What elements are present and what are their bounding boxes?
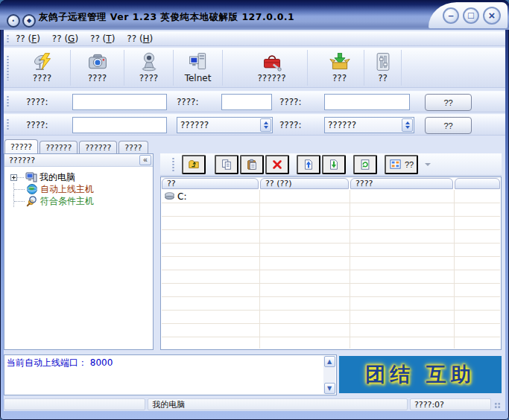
menu-items: ?? (F) ?? (G) ?? (T) ?? (H) [16,32,153,45]
spinner-icon[interactable] [402,118,413,132]
toolbar-button-remote-control[interactable]: ???? [14,50,71,86]
row2-action-button[interactable]: ?? [425,117,472,134]
collapse-panel-button[interactable]: « [139,155,151,165]
rollup-icon: ▪ [13,18,15,24]
status-panel-1 [4,398,145,410]
row1-action-button[interactable]: ?? [425,94,472,111]
toolbar-button-download[interactable]: ??? [315,50,364,86]
banner: 团结 互助 [339,356,502,393]
rebar-gripper[interactable] [7,95,9,108]
field4-label: ????: [26,120,48,130]
main-toolbar-buttons: ???? ???? ???? Telnet ?????? [14,50,402,86]
screen-capture-icon [86,51,109,72]
log-box: 当前自动上线端口： 8000 ▲ ▼ [4,354,337,395]
menu-item-t[interactable]: ?? (T) [90,34,115,44]
toolbar-button-webcam[interactable]: ???? [124,50,174,86]
delete-button[interactable] [265,155,289,174]
connection-bar-1: ????: ????: ????: ?? [4,91,505,112]
toolbox-icon [261,51,283,72]
file-manager-panel: ?? ?? ?? (??) ???? C: [160,153,502,350]
refresh-icon [359,157,371,172]
field1-input[interactable] [72,94,167,110]
rebar-gripper[interactable] [7,34,9,43]
status-panel-2: 我的电脑 [148,398,408,410]
column-header-extra[interactable] [455,178,500,189]
tree-item-auto-online-hosts[interactable]: 自动上线主机 [4,183,153,195]
file-list-body: C: [162,190,500,349]
dropdown-caret-icon[interactable] [425,163,431,166]
spinner-icon[interactable] [260,118,271,132]
webcam-icon [138,51,160,72]
menu-item-f[interactable]: ?? (F) [16,34,40,44]
globe-icon [26,183,38,195]
tab-3[interactable]: ?????? [79,141,117,153]
file-list-header: ?? ?? (??) ???? [161,177,501,189]
collapse-icon: « [143,156,148,164]
field3-input[interactable] [324,94,410,110]
theme-icon: ◆ [27,18,31,24]
scroll-down-icon[interactable]: ▼ [324,383,335,394]
field2-input[interactable] [221,94,272,110]
control-panel-icon [372,51,394,72]
tree-item-matching-hosts[interactable]: 符合条件主机 [4,195,153,207]
host-tree-panel: ?????? « 我的电脑 自动上线主机 [4,153,154,350]
toolbar-button-settings[interactable]: ?? [364,50,402,86]
download-button[interactable] [322,155,346,174]
column-header-size[interactable]: ?? (??) [260,178,349,189]
banner-text: 团结 互助 [365,361,475,388]
minimize-icon: – [448,10,453,20]
column-header-name[interactable]: ?? [162,178,259,189]
main-toolbar: ???? ???? ???? Telnet ?????? [4,48,505,88]
menu-item-g[interactable]: ?? (G) [52,34,78,44]
combo-box-2[interactable]: ?????? [324,117,414,133]
scroll-up-icon[interactable]: ▲ [324,356,335,367]
status-panel-3: ????:0? [410,398,491,410]
maximize-icon: □ [468,10,474,20]
minimize-button[interactable]: – [443,7,459,24]
field1-label: ????: [26,97,48,107]
refresh-button[interactable] [353,155,377,174]
delete-icon [271,157,283,172]
combo-box-1[interactable]: ?????? [177,117,273,133]
titlebar-rollup-button[interactable]: ▪ [7,14,20,28]
tab-4[interactable]: ???? [118,141,148,153]
field3-label: ????: [279,97,302,107]
search-host-icon [26,195,38,207]
package-download-icon [329,51,351,72]
tab-2[interactable]: ?????? [39,141,78,153]
tab-1[interactable]: ????? [4,139,38,153]
close-button[interactable]: × [483,7,501,25]
rebar-gripper[interactable] [172,157,174,172]
titlebar-theme-button[interactable]: ◆ [22,14,36,28]
tree-item-my-computer[interactable]: 我的电脑 [4,171,153,183]
menu-bar: ?? (F) ?? (G) ?? (T) ?? (H) [4,31,505,46]
field5-label: ????: [279,120,302,130]
drive-icon [164,191,175,202]
rebar-gripper[interactable] [7,55,9,80]
file-toolbar: ?? [160,153,502,176]
resize-grip[interactable] [494,402,501,409]
toolbar-button-screen-capture[interactable]: ???? [71,50,124,86]
log-line: 当前自动上线端口： 8000 [7,357,113,369]
field4-input[interactable] [72,117,167,133]
log-scrollbar[interactable]: ▲ ▼ [323,356,335,394]
toolbar-button-config-tool[interactable]: ?????? [236,50,308,86]
toolbar-button-telnet[interactable]: Telnet [174,50,223,86]
host-tree-header: ?????? « [4,154,153,167]
column-header-type[interactable]: ???? [350,178,453,189]
view-grid-icon [389,158,402,171]
download-icon [328,157,340,172]
upload-button[interactable] [297,155,320,174]
file-list: ?? ?? (??) ???? C: [160,176,502,350]
menu-item-h[interactable]: ?? (H) [127,34,153,44]
paste-button[interactable] [240,155,264,174]
maximize-button[interactable]: □ [463,7,479,24]
expand-plus-icon[interactable] [10,174,17,181]
upload-icon [303,157,314,172]
host-tree: 我的电脑 自动上线主机 符合条件主机 [4,167,153,207]
copy-button[interactable] [215,155,238,174]
rebar-gripper[interactable] [7,118,9,131]
folder-up-button[interactable] [182,155,206,174]
view-mode-button[interactable]: ?? [385,155,418,174]
file-row-drive-c[interactable]: C: [164,190,186,203]
